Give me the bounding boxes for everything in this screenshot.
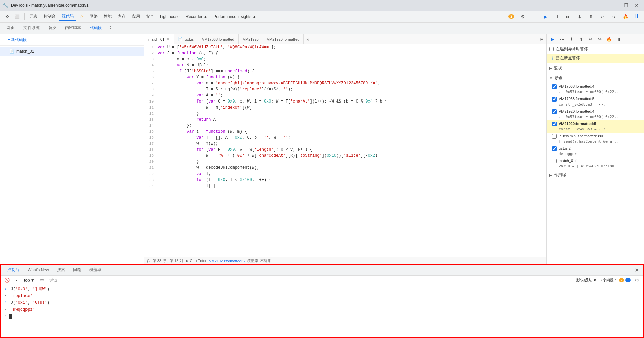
code-tab-vm17068[interactable]: VM17068:formatted xyxy=(198,34,239,44)
resume-btn[interactable]: ▶ xyxy=(549,35,557,43)
minimize-button[interactable]: — xyxy=(610,1,620,10)
maximize-button[interactable]: ❐ xyxy=(621,1,631,10)
right-panel: ▶ ⏭ ⬇ ⬆ ↩ ↪ 🔥 ⏸ 在遇到异常时暂停 ℹ 已在断点暂停 xyxy=(547,34,644,264)
console-line-4: ‹ 'mwqqqppz' xyxy=(1,307,643,313)
code-tab-match01[interactable]: match_01 ✕ xyxy=(144,34,174,44)
performance-insights-btn[interactable]: Performance insights ▲ xyxy=(211,13,259,20)
debugger-step-into[interactable]: ⬇ xyxy=(575,12,584,21)
filesystem-tab[interactable]: 文件系统 xyxy=(19,23,44,33)
code-line-7: 7 var m = 'abcdefghijklmnopqrstuvwxyzABC… xyxy=(144,80,546,86)
code-tabs-more[interactable]: » xyxy=(304,36,312,42)
close-tab-match01[interactable]: ✕ xyxy=(166,37,170,42)
more-tools-button[interactable]: ⋮ xyxy=(529,12,539,21)
console-output-3: J('0x1', 'GTu!') xyxy=(11,300,49,305)
watch-header[interactable]: 监视 xyxy=(547,63,644,73)
bp-check-uzt[interactable] xyxy=(552,146,557,151)
console-filter-input[interactable] xyxy=(48,277,574,283)
bp-check-vm21920-4[interactable] xyxy=(552,109,557,114)
out-arrow-1: › xyxy=(5,287,9,291)
sources-panel-btn[interactable]: 源代码 xyxy=(59,12,76,21)
debugger-step[interactable]: ↩ xyxy=(598,12,607,21)
debugger-pause-btn[interactable]: ⏸ xyxy=(552,12,561,21)
console-tab-coverage[interactable]: 覆盖率 xyxy=(85,265,105,275)
code-editor[interactable]: 1 var U = ['W5r5W6VdIHZcT8kU', 'WQ8CWRax… xyxy=(144,44,546,257)
console-close-btn[interactable]: ✕ xyxy=(633,266,641,274)
info-count-badge: 1 xyxy=(625,278,631,282)
console-toolbar: 🚫 ⋮ top ▼ 👁 默认级别 ▼ 3 个问题： 2 1 ⚙ xyxy=(1,276,643,285)
scope-header[interactable]: 作用域 xyxy=(547,170,644,180)
lighthouse-panel-btn[interactable]: Lighthouse xyxy=(157,13,182,20)
vm-link[interactable]: VM21920:formatted:5 xyxy=(209,259,245,263)
application-panel-btn[interactable]: 应用 xyxy=(129,12,143,21)
debugger-pause-exceptions[interactable]: ⏸ xyxy=(632,12,641,21)
bp-check-vm17068-5[interactable] xyxy=(552,97,557,102)
bottom-panel: 控制台 What's New 搜索 问题 覆盖率 ✕ 🚫 ⋮ top ▼ 👁 默… xyxy=(0,264,644,338)
code-tab-vm21920fmt[interactable]: VM21920:formatted xyxy=(263,34,304,44)
bp-check-match01[interactable] xyxy=(552,159,557,163)
console-output-1: J('0x0', ']dQW') xyxy=(11,287,49,292)
code-line-15: 15 var t = function (w, m) { xyxy=(144,129,546,135)
replace-tab[interactable]: 替换 xyxy=(44,23,60,33)
console-tab-search[interactable]: 搜索 xyxy=(53,265,69,275)
bp-uzt-2: uzt.js:2 debugger xyxy=(547,145,644,157)
step-out-btn[interactable]: ⬆ xyxy=(577,35,585,43)
format-icon[interactable]: {} xyxy=(147,258,150,263)
debugger-resume-btn[interactable]: ▶ xyxy=(541,12,550,21)
watch-arrow xyxy=(549,66,552,70)
pause-exception-check[interactable] xyxy=(549,47,554,51)
step-btn[interactable]: ↩ xyxy=(586,35,594,43)
settings-button[interactable]: ⚙ xyxy=(518,12,527,21)
snippet-item-match01[interactable]: 📄 match_01 xyxy=(0,47,144,56)
clear-console-btn[interactable]: 🚫 xyxy=(3,277,11,284)
breakpoints-header[interactable]: 断点 xyxy=(547,73,644,83)
code-tab-vm21920[interactable]: VM21920 xyxy=(239,34,263,44)
console-tab-main[interactable]: 控制台 xyxy=(3,265,23,275)
code-tab-uztjs[interactable]: 📄 uzt.js xyxy=(174,34,198,44)
console-panel-btn[interactable]: 控制台 xyxy=(41,12,58,21)
deactivate-btn[interactable]: ↪ xyxy=(596,35,604,43)
console-settings-btn[interactable]: ⚙ xyxy=(633,277,641,284)
bp-check-vm21920-5[interactable] xyxy=(552,122,557,126)
code-line-13: 13 return A xyxy=(144,117,546,123)
debugger-blackbox[interactable]: 🔥 xyxy=(621,12,630,21)
elements-panel-btn[interactable]: 元素 xyxy=(27,12,40,21)
step-over-btn[interactable]: ⏭ xyxy=(558,35,566,43)
title-bar: 🔧 DevTools - match.yuanrenxue.com/match/… xyxy=(0,0,644,11)
inspect-button[interactable]: ⟲ xyxy=(3,13,11,20)
more-console-options[interactable]: ⋮ xyxy=(13,277,20,284)
bp-match01-1: match_01:1 var U = ['W5r5W6VdIHZcT8k... xyxy=(547,157,644,170)
close-button[interactable]: ✕ xyxy=(632,1,641,10)
live-expression-btn[interactable]: 👁 xyxy=(39,277,46,284)
content-scripts-tab[interactable]: 内容脚本 xyxy=(61,23,85,33)
network-panel-btn[interactable]: 网络 xyxy=(87,12,100,21)
snippets-tab[interactable]: 代码段 xyxy=(86,23,106,33)
recorder-panel-btn[interactable]: Recorder ▲ xyxy=(183,13,210,20)
code-tab-label: match_01 xyxy=(148,37,164,41)
debugger-deactivate[interactable]: ↪ xyxy=(609,12,619,21)
new-snippet-button[interactable]: + + 新代码段 xyxy=(4,37,27,43)
layout-toggle-btn[interactable]: ⊟ xyxy=(537,37,546,42)
panel-tabs-more-btn[interactable]: ⋮ xyxy=(107,25,115,31)
notification-badge[interactable]: 2 xyxy=(506,12,516,21)
console-tab-whatsnew[interactable]: What's New xyxy=(23,266,53,275)
device-toggle-button[interactable]: ⬜ xyxy=(12,13,22,20)
pause-exceptions-btn[interactable]: ⏸ xyxy=(614,35,623,43)
console-output[interactable]: › J('0x0', ']dQW') ‹ 'replace' › J('0x1'… xyxy=(1,285,643,337)
bp-check-vm17068-4[interactable] xyxy=(552,84,557,89)
default-level-label: 默认级别 xyxy=(576,277,592,283)
memory-panel-btn[interactable]: 内存 xyxy=(115,12,128,21)
security-panel-btn[interactable]: 安全 xyxy=(143,12,157,21)
context-selector[interactable]: top ▼ xyxy=(22,277,37,283)
console-tab-issues[interactable]: 问题 xyxy=(69,265,85,275)
console-input-line[interactable]: › xyxy=(1,313,643,319)
webpage-tab[interactable]: 网页 xyxy=(3,23,19,33)
code-line-8: 8 T = String(w)['replace'](/=+$/, ''); xyxy=(144,86,546,92)
bp-check-jquery[interactable] xyxy=(552,134,557,139)
debugger-step-out[interactable]: ⬆ xyxy=(586,12,596,21)
performance-panel-btn[interactable]: 性能 xyxy=(101,12,114,21)
step-into-btn[interactable]: ⬇ xyxy=(568,35,576,43)
console-prompt: › xyxy=(5,314,7,319)
debugger-step-over[interactable]: ⏭ xyxy=(564,12,573,21)
default-level-selector[interactable]: 默认级别 ▼ xyxy=(576,277,597,283)
blackbox-btn[interactable]: 🔥 xyxy=(605,35,613,43)
